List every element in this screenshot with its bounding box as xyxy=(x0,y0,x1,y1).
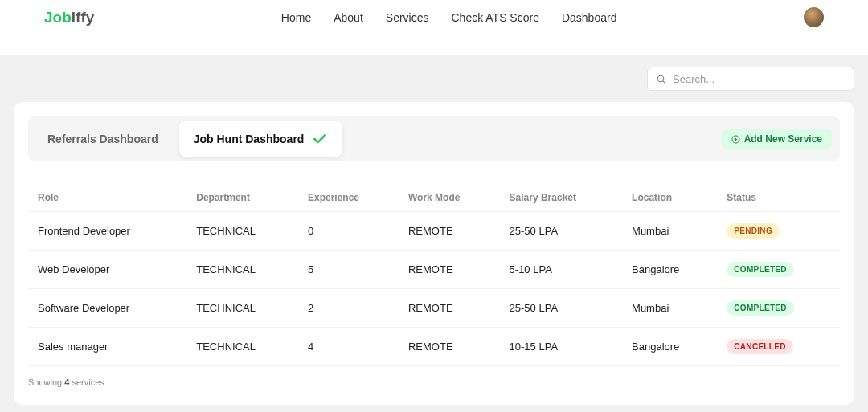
logo-part1: Job xyxy=(44,9,72,26)
col-role[interactable]: Role xyxy=(28,184,186,212)
tabs-row: Referrals Dashboard Job Hunt Dashboard A… xyxy=(28,116,840,161)
cell-salary: 10-15 LPA xyxy=(500,328,622,366)
search-icon xyxy=(656,74,666,84)
cell-work-mode: REMOTE xyxy=(399,289,500,328)
tab-referrals[interactable]: Referrals Dashboard xyxy=(33,121,173,157)
cell-experience: 4 xyxy=(298,328,399,366)
col-status[interactable]: Status xyxy=(717,184,840,212)
cell-location: Mumbai xyxy=(622,212,717,251)
status-badge: COMPLETED xyxy=(727,300,793,316)
tab-referrals-label: Referrals Dashboard xyxy=(47,133,158,145)
cell-experience: 5 xyxy=(298,251,399,289)
col-department[interactable]: Department xyxy=(186,184,298,212)
search-box[interactable] xyxy=(647,67,854,91)
table-row[interactable]: Sales managerTECHNICAL4REMOTE10-15 LPABa… xyxy=(28,328,840,366)
plus-circle-icon xyxy=(731,135,740,144)
cell-salary: 25-50 LPA xyxy=(500,212,622,251)
header-actions: Add New Service xyxy=(722,129,835,149)
svg-point-0 xyxy=(657,75,664,82)
cell-work-mode: REMOTE xyxy=(399,212,500,251)
cell-department: TECHNICAL xyxy=(186,251,298,289)
add-service-label: Add New Service xyxy=(744,133,822,145)
logo[interactable]: Jobiffy xyxy=(44,9,94,27)
tab-jobhunt-label: Job Hunt Dashboard xyxy=(194,133,305,145)
cell-department: TECHNICAL xyxy=(186,289,298,328)
cell-department: TECHNICAL xyxy=(186,328,298,366)
search-input[interactable] xyxy=(673,73,845,85)
col-experience[interactable]: Experience xyxy=(298,184,399,212)
add-service-button[interactable]: Add New Service xyxy=(722,129,832,149)
status-badge: PENDING xyxy=(727,223,780,239)
cell-status: COMPLETED xyxy=(717,251,840,289)
cell-experience: 0 xyxy=(298,212,399,251)
tab-jobhunt[interactable]: Job Hunt Dashboard xyxy=(179,121,343,157)
topbar: Jobiffy Home About Services Check ATS Sc… xyxy=(0,0,868,35)
cell-experience: 2 xyxy=(298,289,399,328)
nav-dashboard[interactable]: Dashboard xyxy=(562,11,617,24)
cell-role: Web Developer xyxy=(28,251,186,289)
nav-services[interactable]: Services xyxy=(386,11,429,24)
table-row[interactable]: Web DeveloperTECHNICAL5REMOTE5-10 LPABan… xyxy=(28,251,840,289)
page: Referrals Dashboard Job Hunt Dashboard A… xyxy=(0,55,868,412)
cell-role: Software Developer xyxy=(28,289,186,328)
table-head: Role Department Experience Work Mode Sal… xyxy=(28,184,840,212)
avatar[interactable] xyxy=(804,7,824,27)
dashboard-card: Referrals Dashboard Job Hunt Dashboard A… xyxy=(14,102,854,405)
spacer xyxy=(0,35,868,55)
cell-salary: 25-50 LPA xyxy=(500,289,622,328)
check-icon xyxy=(312,131,328,147)
cell-location: Mumbai xyxy=(622,289,717,328)
logo-part2: iffy xyxy=(72,9,95,26)
cell-role: Frontend Developer xyxy=(28,212,186,251)
footer-suffix: services xyxy=(69,377,104,387)
services-table: Role Department Experience Work Mode Sal… xyxy=(28,184,840,366)
table-row[interactable]: Software DeveloperTECHNICAL2REMOTE25-50 … xyxy=(28,289,840,328)
cell-department: TECHNICAL xyxy=(186,212,298,251)
table-row[interactable]: Frontend DeveloperTECHNICAL0REMOTE25-50 … xyxy=(28,212,840,251)
cell-role: Sales manager xyxy=(28,328,186,366)
table-wrap: Role Department Experience Work Mode Sal… xyxy=(28,184,840,366)
nav-check-ats[interactable]: Check ATS Score xyxy=(451,11,538,24)
cell-location: Bangalore xyxy=(622,251,717,289)
svg-line-1 xyxy=(663,80,665,82)
table-body: Frontend DeveloperTECHNICAL0REMOTE25-50 … xyxy=(28,212,840,366)
search-row xyxy=(14,67,854,91)
cell-status: COMPLETED xyxy=(717,289,840,328)
cell-status: PENDING xyxy=(717,212,840,251)
cell-salary: 5-10 LPA xyxy=(500,251,622,289)
cell-location: Bangalore xyxy=(622,328,717,366)
col-workmode[interactable]: Work Mode xyxy=(399,184,500,212)
cell-work-mode: REMOTE xyxy=(399,328,500,366)
col-salary[interactable]: Salary Bracket xyxy=(500,184,622,212)
footer-prefix: Showing xyxy=(28,377,64,387)
nav-home[interactable]: Home xyxy=(281,11,311,24)
status-badge: CANCELLED xyxy=(727,339,792,354)
col-location[interactable]: Location xyxy=(622,184,717,212)
main-nav: Home About Services Check ATS Score Dash… xyxy=(94,11,804,24)
cell-work-mode: REMOTE xyxy=(399,251,500,289)
nav-about[interactable]: About xyxy=(334,11,363,24)
status-badge: COMPLETED xyxy=(727,262,793,277)
footer-text: Showing 4 services xyxy=(28,377,840,387)
cell-status: CANCELLED xyxy=(717,328,840,366)
